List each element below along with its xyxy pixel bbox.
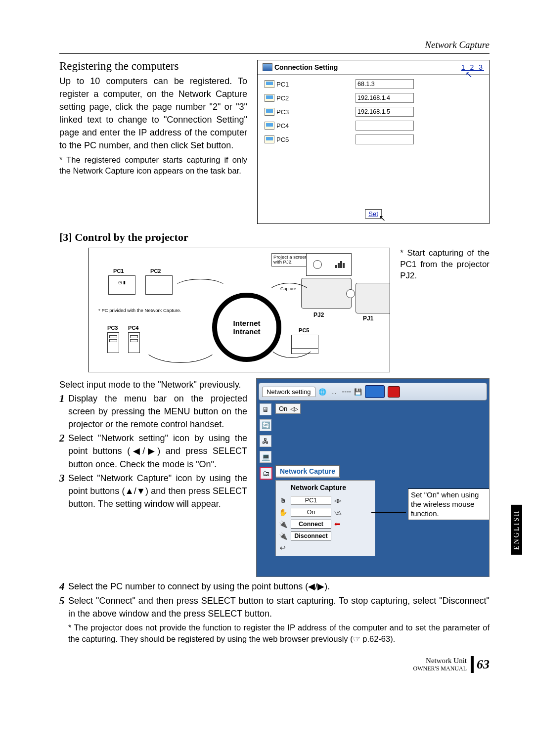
menu-tab-bar: Network setting 🌐 ‥ ---- 💾 bbox=[259, 383, 487, 400]
pc1-laptop: ◷ ▮ bbox=[108, 275, 135, 295]
disconnect-button[interactable]: Disconnect bbox=[291, 532, 331, 540]
header-rule bbox=[59, 53, 490, 54]
on-field[interactable]: On bbox=[291, 508, 331, 517]
cursor-icon: ↖ bbox=[379, 213, 386, 223]
projector-pj1 bbox=[356, 283, 390, 313]
registering-body: Up to 10 computers can be registered. To… bbox=[59, 75, 247, 152]
cursor-icon: ↖ bbox=[465, 69, 474, 80]
menu-icon-2[interactable]: 🔄 bbox=[260, 419, 271, 431]
left-right-icon[interactable]: ◁▷ bbox=[334, 497, 340, 504]
step-5: Select "Connect" and then press SELECT b… bbox=[68, 594, 490, 620]
projector-menu-screenshot: Network setting 🌐 ‥ ---- 💾 🖥 🔄 🖧 💻 🗂 On … bbox=[256, 378, 490, 577]
menu-icon-3[interactable]: 🖧 bbox=[260, 435, 271, 447]
tab-network-setting[interactable]: Network setting bbox=[262, 387, 315, 397]
card-icon: 💾 bbox=[354, 388, 362, 396]
blue-tab[interactable] bbox=[365, 385, 385, 398]
menu-icon-network-capture[interactable]: 🗂 bbox=[260, 467, 272, 480]
page-number: 63 bbox=[477, 657, 490, 672]
language-tab: ENGLISH bbox=[511, 505, 522, 555]
registering-note: * The registered computer starts capturi… bbox=[59, 154, 247, 177]
step-2: Select "Network setting" icon by using t… bbox=[68, 432, 247, 470]
globe-icon: 🌐 bbox=[318, 388, 326, 396]
page-footer: Network Unit OWNER'S MANUAL 63 bbox=[59, 656, 490, 673]
connection-setting-panel: Connection Setting 1 2 3 ↖ PC1 PC2 PC3 P… bbox=[257, 60, 490, 224]
projection-screen bbox=[306, 253, 352, 276]
ip-field-pc4[interactable] bbox=[356, 121, 414, 131]
pc-icon bbox=[265, 122, 274, 130]
procedure-endnote: * The projector does not provide the fun… bbox=[68, 622, 490, 644]
footer-manual: OWNER'S MANUAL bbox=[413, 665, 467, 672]
connect-icon: 🔌 bbox=[278, 520, 288, 528]
pc2-laptop bbox=[145, 275, 173, 295]
network-capture-panel: Network Capture 🖱 PC1 ◁▷ ✋ On ▽△ 🔌 Conne… bbox=[275, 480, 375, 556]
menu-icon-4[interactable]: 💻 bbox=[260, 451, 271, 463]
pc-select-icon: 🖱 bbox=[278, 496, 288, 504]
pc-row: PC4 bbox=[265, 119, 482, 132]
pc-select-field[interactable]: PC1 bbox=[291, 496, 331, 505]
leader-line bbox=[371, 512, 406, 513]
left-right-icon[interactable]: ◁▷ bbox=[290, 405, 297, 412]
pc-icon bbox=[265, 108, 274, 116]
ip-field-pc1[interactable] bbox=[356, 79, 414, 89]
hand-icon: ✋ bbox=[278, 508, 288, 516]
ip-field-pc3[interactable] bbox=[356, 107, 414, 117]
pc-table: PC1 PC2 PC3 PC4 PC5 bbox=[258, 75, 489, 146]
pc-icon bbox=[265, 135, 274, 143]
connect-button[interactable]: Connect bbox=[291, 520, 331, 529]
pc-icon bbox=[265, 80, 274, 88]
enter-arrow-icon: ⬅ bbox=[334, 520, 341, 529]
pc4-tower bbox=[128, 332, 140, 353]
pc3-tower bbox=[107, 332, 119, 353]
subheading-registering: Registering the computers bbox=[59, 60, 247, 73]
page-links[interactable]: 1 2 3 ↖ bbox=[461, 63, 484, 71]
running-header: Network Capture bbox=[59, 40, 490, 50]
tab-placeholder: ---- bbox=[342, 388, 352, 396]
step-3: Select "Network Capture" icon by using t… bbox=[68, 472, 247, 510]
disconnect-icon: 🔌 bbox=[278, 532, 288, 540]
procedure-intro: Select input mode to the "Network" previ… bbox=[59, 378, 247, 391]
connection-tab-label: Connection Setting bbox=[274, 63, 338, 71]
pc-row: PC2 bbox=[265, 91, 482, 104]
pc-row: PC1 bbox=[265, 78, 482, 90]
menu-icon-1[interactable]: 🖥 bbox=[260, 403, 271, 415]
pc-row: PC5 bbox=[265, 133, 482, 146]
diagram-footnote: * PC privided with the Network Capture. bbox=[98, 308, 181, 313]
step-4: Select the PC number to connect by using… bbox=[68, 580, 330, 593]
wireless-mouse-note: Set "On" when using the wireless mouse f… bbox=[408, 489, 490, 520]
ip-field-pc2[interactable] bbox=[356, 93, 414, 103]
red-tab[interactable] bbox=[388, 386, 400, 398]
pc-icon bbox=[265, 94, 274, 102]
connection-tab[interactable]: Connection Setting bbox=[263, 63, 338, 71]
up-down-icon[interactable]: ▽△ bbox=[334, 509, 340, 516]
footer-unit: Network Unit bbox=[413, 657, 467, 665]
connection-icon bbox=[263, 63, 272, 71]
pc-row: PC3 bbox=[265, 105, 482, 118]
step-1: Display the menu bar on the projected sc… bbox=[68, 392, 247, 431]
nc-panel-title: Network Capture bbox=[278, 483, 372, 494]
mode-on-row: On ◁▷ bbox=[275, 403, 301, 414]
exit-icon[interactable]: ↩ bbox=[278, 544, 288, 552]
network-capture-button[interactable]: Network Capture bbox=[275, 465, 340, 477]
section3-heading: [3] Control by the projector bbox=[59, 231, 490, 244]
ip-field-pc5[interactable] bbox=[356, 134, 414, 144]
diagram-sidenote: * Start capturing of the PC1 from the pr… bbox=[400, 248, 490, 282]
network-diagram: Project a screen image of PC1 with PJ2. … bbox=[88, 248, 390, 372]
